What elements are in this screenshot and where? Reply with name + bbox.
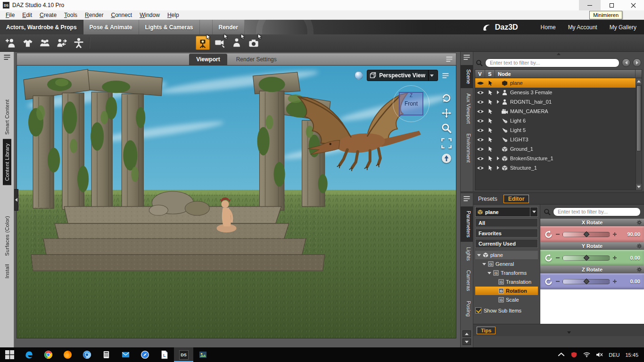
viewport-lighting-sphere-icon[interactable] — [355, 71, 363, 80]
volume-muted-icon[interactable] — [596, 352, 603, 358]
param-group-transforms[interactable]: GTransforms — [475, 269, 538, 277]
node-selector-dropdown[interactable]: plane — [475, 207, 538, 217]
filter-prev-button[interactable] — [622, 58, 630, 67]
scene-node-row[interactable]: MAIN_CAMERA — [475, 107, 636, 116]
increment-button[interactable] — [613, 257, 617, 258]
link-my-account[interactable]: My Account — [568, 24, 597, 31]
visibility-eye-icon[interactable] — [475, 156, 485, 161]
chevron-down-icon[interactable] — [428, 70, 435, 81]
select-cursor-icon[interactable] — [485, 99, 495, 105]
visibility-eye-icon[interactable] — [475, 90, 485, 95]
activity-tab-lights-cameras[interactable]: Lights & Cameras — [139, 20, 200, 34]
filter-favorites[interactable]: Favorites — [475, 229, 538, 238]
increment-button[interactable] — [613, 281, 617, 282]
gear-icon[interactable] — [636, 243, 642, 249]
dock-tab-lights[interactable]: Lights — [461, 243, 473, 265]
select-cursor-icon[interactable] — [485, 127, 495, 133]
param-group-plane[interactable]: plane — [475, 251, 538, 259]
render-camera-icon[interactable] — [196, 36, 210, 50]
chevron-down-icon[interactable] — [530, 207, 537, 216]
menu-connect[interactable]: Connect — [107, 11, 136, 19]
panel-menu-icon[interactable] — [3, 54, 11, 60]
dock-tab-smart-content[interactable]: Smart Content — [3, 95, 11, 139]
visibility-eye-icon[interactable] — [475, 137, 485, 142]
people-group-icon[interactable] — [39, 37, 51, 49]
expander-icon[interactable] — [495, 100, 501, 104]
scene-node-row[interactable]: BrokenStructure_1 — [475, 154, 636, 163]
viewport-tab-render-settings[interactable]: Render Settings — [229, 54, 284, 65]
editor-tab-presets[interactable]: Presets — [478, 196, 497, 202]
expander-icon[interactable] — [495, 90, 501, 94]
menu-tools[interactable]: Tools — [60, 11, 81, 19]
menu-file[interactable]: File — [2, 11, 18, 19]
wardrobe-icon[interactable] — [22, 37, 34, 49]
taskbar-compass-button[interactable] — [135, 347, 155, 362]
show-sub-items-checkbox[interactable] — [475, 307, 481, 313]
taskbar-photos-button[interactable] — [193, 347, 213, 362]
taskbar-chromium-button[interactable] — [77, 347, 97, 362]
zoom-icon[interactable] — [441, 123, 452, 133]
viewport-tab-viewport[interactable]: Viewport — [189, 54, 227, 65]
clock[interactable]: 15:45 — [625, 352, 638, 358]
scene-filter-input[interactable] — [485, 58, 619, 67]
taskbar-start-button[interactable] — [0, 347, 19, 362]
render-figure-icon[interactable] — [230, 36, 244, 50]
select-cursor-icon[interactable] — [485, 90, 495, 95]
taskbar-mail-button[interactable] — [116, 347, 135, 362]
param-group-scale[interactable]: GScale — [475, 296, 538, 304]
decrement-button[interactable] — [556, 234, 560, 235]
decrement-button[interactable] — [556, 257, 560, 258]
scrollbar-thumb[interactable] — [636, 85, 641, 151]
scene-node-row[interactable]: plane — [475, 78, 636, 88]
increment-button[interactable] — [613, 234, 617, 235]
editor-tab-editor[interactable]: Editor — [504, 195, 529, 203]
panel-scroll-down-icon[interactable] — [567, 329, 571, 335]
dock-tab-content-library[interactable]: Content Library — [3, 139, 11, 185]
minimize-button[interactable] — [579, 0, 601, 10]
activity-tab-actors-wardrobe-props[interactable]: Actors, Wardrobe & Props — [0, 20, 83, 34]
panel-menu-icon[interactable] — [446, 56, 453, 62]
taskbar-calculator-button[interactable] — [97, 347, 116, 362]
panel-menu-icon[interactable] — [463, 196, 471, 202]
expander-icon[interactable] — [477, 254, 481, 256]
camera-tool-icon[interactable] — [247, 36, 261, 50]
taskbar-edge-button[interactable] — [19, 347, 39, 362]
tips-button[interactable]: Tips — [477, 327, 495, 334]
viewport-canvas[interactable]: Perspective View Z Front — [17, 65, 456, 338]
param-group-general[interactable]: GGeneral — [475, 260, 538, 268]
slider-track[interactable] — [562, 255, 610, 261]
pan-icon[interactable] — [441, 108, 452, 118]
select-cursor-icon[interactable] — [485, 137, 495, 142]
scene-node-row[interactable]: Structure_1 — [475, 163, 636, 173]
expander-icon[interactable] — [495, 156, 501, 160]
visibility-eye-icon[interactable] — [475, 147, 485, 152]
visibility-eye-icon[interactable] — [475, 81, 485, 86]
visibility-eye-icon[interactable] — [475, 99, 485, 105]
scene-node-row[interactable]: Ground_1 — [475, 144, 636, 154]
panel-menu-icon[interactable] — [442, 73, 449, 79]
dock-collapse-handle[interactable] — [14, 189, 18, 211]
menu-create[interactable]: Create — [36, 11, 60, 19]
hidden-icons-icon[interactable] — [558, 352, 565, 358]
dock-scroll-down-icon[interactable] — [462, 338, 471, 345]
scene-scrollbar[interactable] — [636, 78, 642, 190]
activity-tab-pose-animate[interactable]: Pose & Animate — [83, 20, 139, 34]
filter-next-button[interactable] — [633, 58, 641, 67]
taskbar-chrome-button[interactable] — [39, 347, 58, 362]
visibility-eye-icon[interactable] — [475, 165, 485, 171]
dock-tab-environment[interactable]: Environment — [461, 129, 473, 167]
slider-track[interactable] — [562, 279, 610, 284]
select-cursor-icon[interactable] — [485, 165, 495, 171]
pose-tool-icon[interactable] — [73, 37, 85, 49]
visibility-eye-icon[interactable] — [475, 118, 485, 123]
scene-node-row[interactable]: RDGNTL_hair_01 — [475, 97, 636, 107]
transfer-figure-icon[interactable] — [56, 37, 68, 49]
select-cursor-icon[interactable] — [485, 146, 495, 152]
panel-menu-icon[interactable] — [463, 54, 471, 60]
filter-currently-used[interactable]: Currently Used — [475, 239, 538, 248]
visibility-eye-icon[interactable] — [475, 109, 485, 114]
link-home[interactable]: Home — [541, 24, 556, 31]
select-cursor-icon[interactable] — [485, 118, 495, 123]
link-my-gallery[interactable]: My Gallery — [610, 24, 636, 31]
aim-icon[interactable] — [441, 153, 452, 164]
